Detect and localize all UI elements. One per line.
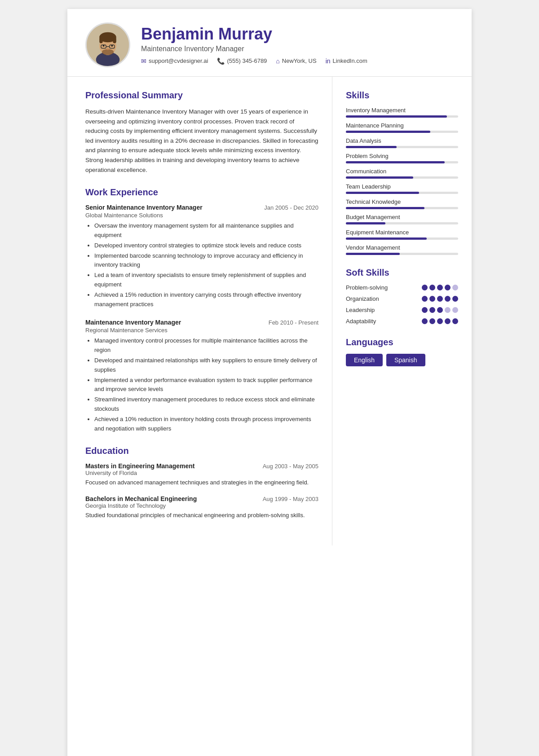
skills-list: Inventory Management Maintenance Plannin… — [346, 107, 458, 255]
skill-bar-fill — [346, 146, 397, 148]
summary-title: Professional Summary — [85, 90, 318, 101]
dot-filled — [437, 318, 443, 324]
location-icon: ⌂ — [276, 57, 279, 65]
edu-desc: Focused on advanced management technique… — [85, 478, 318, 487]
edu-desc: Studied foundational principles of mecha… — [85, 511, 318, 520]
dot-filled — [422, 285, 428, 290]
work-bullets: Managed inventory control processes for … — [85, 336, 318, 433]
work-bullet: Streamlined inventory management procedu… — [94, 395, 318, 414]
candidate-name: Benjamin Murray — [141, 25, 454, 43]
email-icon: ✉ — [141, 57, 146, 65]
svg-point-13 — [106, 48, 109, 50]
linkedin-icon: in — [326, 57, 331, 65]
skills-title: Skills — [346, 90, 458, 101]
education-section: Education Masters in Engineering Managem… — [85, 446, 318, 519]
skill-item: Inventory Management — [346, 107, 458, 118]
svg-point-10 — [102, 49, 114, 55]
phone-icon: 📞 — [217, 57, 225, 65]
language-tags: EnglishSpanish — [346, 354, 458, 366]
education-title: Education — [85, 446, 318, 456]
phone-value: (555) 345-6789 — [227, 57, 267, 64]
soft-skills-section: Soft Skills Problem-solving Organization… — [346, 268, 458, 325]
avatar — [85, 22, 130, 67]
dots-container — [422, 285, 458, 290]
skill-name: Budget Management — [346, 214, 458, 220]
summary-section: Professional Summary Results-driven Main… — [85, 90, 318, 175]
work-company: Regional Maintenance Services — [85, 327, 318, 334]
languages-title: Languages — [346, 337, 458, 347]
skill-bar-bg — [346, 253, 458, 255]
education-item: Bachelors in Mechanical Engineering Aug … — [85, 495, 318, 520]
skill-name: Inventory Management — [346, 107, 458, 114]
dot-filled — [437, 307, 443, 313]
dot-filled — [422, 296, 428, 302]
soft-skill-name: Organization — [346, 295, 379, 302]
skill-item: Maintenance Planning — [346, 122, 458, 133]
work-date: Feb 2010 - Present — [269, 319, 318, 326]
left-column: Professional Summary Results-driven Main… — [67, 77, 332, 545]
skill-item: Problem Solving — [346, 153, 458, 163]
skill-bar-fill — [346, 131, 430, 133]
resume-container: Benjamin Murray Maintenance Inventory Ma… — [67, 9, 472, 756]
skill-bar-bg — [346, 161, 458, 163]
soft-skill-item: Problem-solving — [346, 284, 458, 291]
dot-filled — [422, 307, 428, 313]
skill-bar-fill — [346, 161, 445, 163]
edu-date: Aug 1999 - May 2003 — [263, 496, 318, 502]
dots-container — [422, 307, 458, 313]
work-bullet: Oversaw the inventory management system … — [94, 221, 318, 240]
skill-name: Equipment Maintenance — [346, 229, 458, 236]
skill-bar-fill — [346, 176, 413, 179]
dot-filled — [452, 318, 458, 324]
right-column: Skills Inventory Management Maintenance … — [332, 77, 472, 545]
dot-filled — [429, 285, 435, 290]
svg-rect-6 — [113, 37, 116, 43]
dots-container — [422, 296, 458, 302]
work-job-item: Maintenance Inventory Manager Feb 2010 -… — [85, 319, 318, 433]
location-contact: ⌂ NewYork, US — [276, 57, 316, 65]
skill-bar-bg — [346, 131, 458, 133]
language-tag: Spanish — [386, 354, 425, 366]
summary-text: Results-driven Maintenance Inventory Man… — [85, 107, 318, 175]
work-date: Jan 2005 - Dec 2020 — [264, 204, 318, 211]
work-section: Work Experience Senior Maintenance Inven… — [85, 187, 318, 433]
work-bullet: Implemented barcode scanning technology … — [94, 251, 318, 270]
email-value: support@cvdesigner.ai — [149, 57, 208, 64]
soft-skill-name: Leadership — [346, 307, 375, 313]
work-jobs: Senior Maintenance Inventory Manager Jan… — [85, 204, 318, 433]
skill-bar-bg — [346, 115, 458, 118]
dot-filled — [422, 318, 428, 324]
skill-item: Communication — [346, 168, 458, 179]
header-info: Benjamin Murray Maintenance Inventory Ma… — [141, 25, 454, 65]
skill-item: Equipment Maintenance — [346, 229, 458, 240]
edu-degree: Masters in Engineering Management — [85, 462, 195, 470]
skill-bar-bg — [346, 146, 458, 148]
skill-bar-fill — [346, 192, 419, 194]
dot-filled — [429, 296, 435, 302]
soft-skill-item: Adaptability — [346, 318, 458, 325]
language-tag: English — [346, 354, 383, 366]
svg-point-12 — [111, 45, 113, 47]
work-bullet: Managed inventory control processes for … — [94, 336, 318, 355]
dot-filled — [437, 296, 443, 302]
dots-container — [422, 318, 458, 324]
location-value: NewYork, US — [282, 57, 317, 64]
education-item: Masters in Engineering Management Aug 20… — [85, 462, 318, 487]
work-title: Work Experience — [85, 187, 318, 198]
linkedin-contact[interactable]: in LinkedIn.com — [326, 57, 367, 65]
email-contact: ✉ support@cvdesigner.ai — [141, 57, 208, 65]
work-bullet: Led a team of inventory specialists to e… — [94, 271, 318, 290]
education-items: Masters in Engineering Management Aug 20… — [85, 462, 318, 519]
svg-rect-5 — [99, 37, 103, 43]
skill-bar-bg — [346, 207, 458, 209]
skill-name: Vendor Management — [346, 244, 458, 251]
dot-empty — [452, 285, 458, 290]
skill-item: Data Analysis — [346, 137, 458, 148]
skill-name: Communication — [346, 168, 458, 175]
skill-bar-fill — [346, 253, 400, 255]
soft-skills-list: Problem-solving Organization Leadership … — [346, 284, 458, 325]
soft-skill-name: Problem-solving — [346, 284, 388, 291]
work-company: Global Maintenance Solutions — [85, 212, 318, 219]
linkedin-value: LinkedIn.com — [333, 57, 367, 64]
work-bullet: Achieved a 15% reduction in inventory ca… — [94, 290, 318, 309]
